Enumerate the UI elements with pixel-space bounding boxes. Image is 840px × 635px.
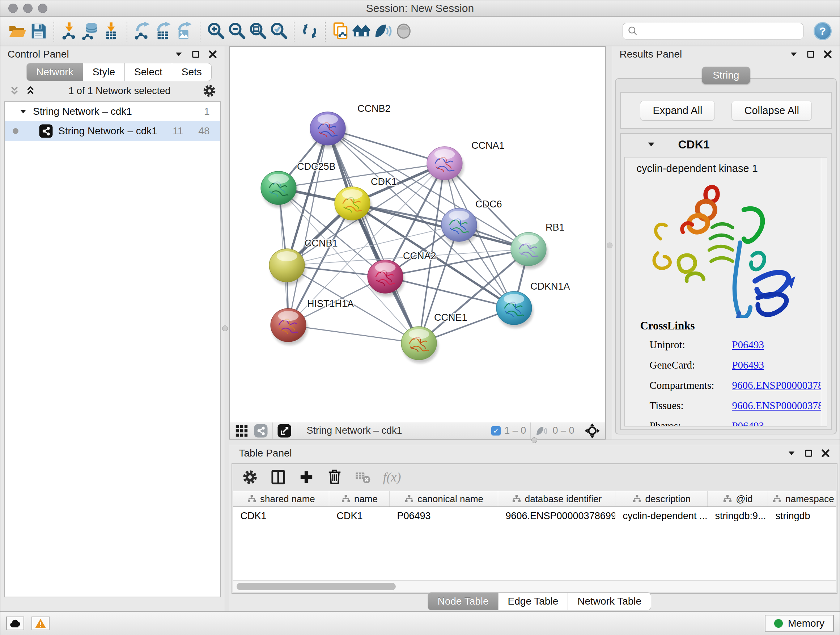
search-field[interactable] [622, 23, 804, 40]
expand-all-button[interactable]: Expand All [640, 101, 715, 120]
panel-menu-icon[interactable] [789, 50, 798, 59]
column-header-description[interactable]: description [615, 491, 707, 507]
search-input[interactable] [641, 25, 799, 37]
export-image-button[interactable] [174, 19, 195, 43]
delete-column-icon[interactable] [326, 469, 343, 486]
share-network-icon[interactable] [254, 424, 268, 438]
export-table-button[interactable] [153, 19, 174, 43]
status-bar: Memory [0, 611, 840, 635]
app-window: Session: New Session ? [0, 0, 840, 635]
help-button[interactable]: ? [813, 22, 832, 40]
zoom-selected-button[interactable] [268, 19, 289, 43]
network-selection-status: 1 of 1 Network selected [36, 86, 202, 97]
close-panel-icon[interactable] [823, 50, 832, 59]
control-panel-title: Control Panel [8, 49, 69, 60]
gene-symbol: CDK1 [678, 138, 709, 151]
crosslink-label: Compartments: [649, 379, 732, 391]
cloud-status-button[interactable] [6, 616, 24, 630]
close-panel-icon[interactable] [821, 448, 830, 458]
show-all-button[interactable] [393, 19, 414, 43]
grid-view-icon[interactable] [235, 424, 248, 438]
warning-status-button[interactable] [32, 616, 50, 630]
import-network-database-button[interactable] [80, 19, 101, 43]
panel-menu-icon[interactable] [174, 50, 183, 59]
apply-layout-button[interactable] [299, 19, 320, 43]
import-table-button[interactable] [101, 19, 122, 43]
crosshair-move-icon[interactable] [584, 423, 600, 439]
export-view-icon[interactable] [277, 424, 292, 438]
tab-network[interactable]: Network [27, 63, 83, 81]
add-column-icon[interactable] [298, 469, 315, 486]
network-view[interactable]: CCNB2CCNA1CDC25BCDK1CDC6RB1CCNB1CCNA2CDK… [229, 46, 606, 440]
save-session-button[interactable] [28, 19, 49, 43]
gear-icon[interactable] [242, 469, 258, 486]
column-header-name[interactable]: name [329, 491, 390, 507]
first-neighbors-button[interactable] [351, 19, 372, 43]
results-scrollbar[interactable] [821, 157, 827, 426]
maximize-window-button[interactable] [38, 4, 47, 13]
network-canvas[interactable]: CCNB2CCNA1CDC25BCDK1CDC6RB1CCNB1CCNA2CDK… [230, 47, 605, 422]
float-panel-icon[interactable] [806, 50, 815, 59]
network-row[interactable]: String Network – cdk1 11 48 [5, 121, 220, 141]
close-panel-icon[interactable] [208, 50, 218, 59]
attribute-icon [247, 494, 256, 504]
crosslink-label: Pharos: [649, 420, 732, 426]
import-network-file-button[interactable] [59, 19, 80, 43]
memory-button[interactable]: Memory [765, 615, 834, 632]
tab-sets[interactable]: Sets [172, 63, 212, 81]
left-splitter-grip[interactable] [222, 325, 228, 331]
horizontal-splitter-grip[interactable] [531, 437, 537, 443]
export-network-icon [133, 22, 152, 41]
network-view-title: String Network – cdk1 [306, 425, 402, 436]
attribute-icon [772, 494, 782, 504]
attribute-icon [512, 494, 521, 504]
export-network-button[interactable] [132, 19, 153, 43]
split-columns-icon[interactable] [270, 469, 286, 486]
tab-string[interactable]: String [702, 67, 750, 84]
float-panel-icon[interactable] [804, 449, 813, 458]
table-horizontal-scrollbar[interactable] [233, 580, 836, 592]
column-header-shared-name[interactable]: shared name [233, 491, 329, 507]
crosslink-link[interactable]: 9606.ENSP00000378699 [732, 379, 827, 391]
tab-edge-table[interactable]: Edge Table [499, 592, 568, 610]
expand-all-icon[interactable] [24, 86, 36, 96]
zoom-in-button[interactable] [205, 19, 226, 43]
delete-table-icon [355, 469, 371, 486]
crosslink-link[interactable]: P06493 [732, 420, 827, 426]
network-collection-row[interactable]: String Network – cdk1 1 [5, 102, 220, 121]
column-header-namespace[interactable]: namespace [768, 491, 836, 507]
import-network-icon [60, 22, 79, 41]
column-header--id[interactable]: @id [707, 491, 768, 507]
collapse-triangle-icon[interactable] [19, 107, 28, 116]
scrollbar-thumb[interactable] [237, 583, 396, 590]
zoom-fit-button[interactable] [247, 19, 268, 43]
tab-select[interactable]: Select [125, 63, 172, 81]
float-panel-icon[interactable] [191, 50, 200, 59]
export-table-icon [154, 22, 173, 41]
open-session-button[interactable] [7, 19, 28, 43]
panel-menu-icon[interactable] [787, 448, 796, 458]
collapse-all-icon[interactable] [8, 86, 21, 96]
collapse-triangle-icon[interactable] [646, 139, 656, 149]
tab-network-table[interactable]: Network Table [568, 592, 651, 610]
hide-selected-button[interactable] [372, 19, 393, 43]
tab-style[interactable]: Style [83, 63, 125, 81]
close-window-button[interactable] [8, 4, 18, 13]
import-table-icon [102, 22, 121, 41]
separator [531, 423, 531, 439]
table-row[interactable]: CDK1CDK1P064939606.ENSP00000378699cyclin… [233, 507, 836, 524]
crosslinks-list: Uniprot:P06493GeneCard:P06493Compartment… [649, 339, 827, 426]
collapse-all-button[interactable]: Collapse All [731, 101, 812, 120]
new-network-from-selection-button[interactable] [330, 19, 351, 43]
selected-checkbox-icon[interactable]: ✓ [491, 426, 501, 435]
right-splitter-grip[interactable] [607, 242, 613, 249]
minimize-window-button[interactable] [23, 4, 33, 13]
gear-icon[interactable] [202, 84, 217, 98]
column-header-canonical-name[interactable]: canonical name [390, 491, 498, 507]
crosslink-link[interactable]: 9606.ENSP00000378699 [732, 400, 827, 412]
column-header-database-identifier[interactable]: database identifier [498, 491, 615, 507]
zoom-out-button[interactable] [226, 19, 247, 43]
tab-node-table[interactable]: Node Table [428, 592, 498, 610]
crosslink-link[interactable]: P06493 [732, 359, 827, 371]
crosslink-link[interactable]: P06493 [732, 339, 827, 351]
